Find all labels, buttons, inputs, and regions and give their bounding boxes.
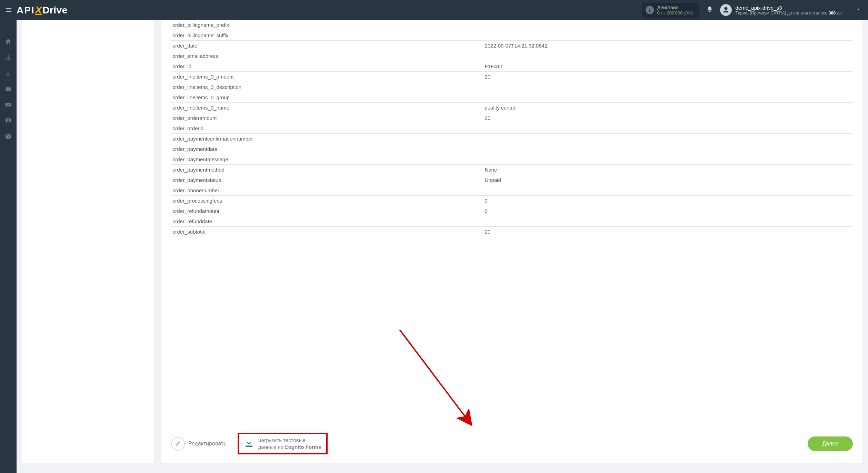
table-row: order_orderid	[171, 123, 853, 134]
logo-drive: Drive	[42, 5, 68, 16]
user-icon	[722, 6, 730, 14]
field-key: order_orderid	[171, 125, 485, 131]
field-key: order_billingname_suffix	[171, 32, 485, 38]
info-icon: i	[646, 6, 654, 14]
field-key: order_paymentconfirmationnumber	[171, 136, 485, 142]
field-key: order_orderamount	[171, 115, 485, 121]
field-value: 0	[485, 208, 853, 214]
field-value: quality control	[485, 105, 853, 111]
avatar	[720, 4, 732, 16]
youtube-icon	[5, 101, 12, 108]
table-row: order_subtotal20	[171, 227, 853, 237]
logo-x: X	[35, 4, 43, 16]
table-row: order_emailaddress	[171, 51, 853, 61]
table-row: order_paymentstatusUnpaid	[171, 175, 853, 185]
table-row: order_idF1E4T1	[171, 61, 853, 72]
load-line1: Загрузить тестовые	[258, 437, 321, 444]
sidebar-item-video[interactable]	[0, 97, 17, 112]
user-name: demo_apix-drive_s3	[735, 5, 842, 11]
table-row: order_paymentmessage	[171, 154, 853, 165]
help-icon	[5, 133, 12, 140]
panel-footer: Редактировать Загрузить тестовые данные …	[161, 426, 862, 463]
field-key: order_paymentmessage	[171, 156, 485, 162]
field-key: order_lineitems_0_amount	[171, 74, 485, 80]
logo[interactable]: APIXDrive	[17, 4, 68, 16]
table-row: order_lineitems_0_namequality control	[171, 103, 853, 113]
logo-api: API	[17, 5, 35, 16]
table-row: order_refunddate	[171, 216, 853, 227]
hamburger-icon	[5, 6, 12, 14]
field-key: order_lineitems_0_description	[171, 84, 485, 90]
field-value: 20	[485, 74, 853, 80]
table-row: order_phonenumber	[171, 185, 853, 196]
user-menu[interactable]: demo_apix-drive_s3 Тариф |Премиум EXTRA|…	[720, 4, 861, 16]
table-row: order_date2022-09-07T14:21:32.084Z	[171, 41, 853, 51]
field-key: order_refundamount	[171, 208, 485, 214]
bell-icon	[706, 6, 713, 13]
header-bar: APIXDrive i Действия: 0 из 200'000 (0%) …	[0, 0, 868, 20]
actions-counter[interactable]: i Действия: 0 из 200'000 (0%)	[642, 3, 700, 18]
dollar-icon	[5, 70, 12, 76]
user-circle-icon	[5, 117, 12, 124]
actions-label: Действия:	[657, 5, 694, 10]
hamburger-menu-button[interactable]	[3, 5, 14, 15]
field-value: 0	[485, 198, 853, 204]
sidebar	[0, 20, 17, 473]
field-key: order_paymentmethod	[171, 167, 485, 173]
sidebar-item-home[interactable]	[0, 34, 17, 49]
table-row: order_processingfees0	[171, 196, 853, 206]
download-icon	[244, 438, 254, 450]
field-key: order_id	[171, 63, 485, 69]
table-row: order_orderamount20	[171, 113, 853, 123]
sidebar-item-account[interactable]	[0, 113, 17, 128]
edit-label: Редактировать	[188, 441, 227, 447]
right-panel: order_billingname_prefixorder_billingnam…	[161, 20, 862, 463]
edit-button[interactable]: Редактировать	[171, 437, 227, 451]
briefcase-icon	[5, 85, 12, 92]
table-row: order_billingname_suffix	[171, 30, 853, 41]
field-key: order_paymentdate	[171, 146, 485, 152]
load-line2: данные из Cognito Forms	[258, 444, 321, 451]
chevron-down-icon	[856, 7, 861, 13]
fields-table: order_billingname_prefixorder_billingnam…	[161, 20, 862, 426]
field-key: order_date	[171, 43, 485, 49]
table-row: order_lineitems_0_amount20	[171, 72, 853, 82]
next-button[interactable]: Далее	[808, 436, 853, 451]
sidebar-item-business[interactable]	[0, 81, 17, 96]
main-content: order_billingname_prefixorder_billingnam…	[17, 20, 868, 473]
left-panel	[22, 20, 154, 463]
sidebar-item-help[interactable]	[0, 129, 17, 144]
home-icon	[5, 38, 12, 45]
sitemap-icon	[5, 54, 12, 61]
field-value: F1E4T1	[485, 63, 853, 69]
field-key: order_processingfees	[171, 198, 485, 204]
actions-value: 0 из 200'000 (0%)	[657, 10, 694, 16]
pencil-icon	[171, 437, 185, 451]
sidebar-item-connections[interactable]	[0, 50, 17, 65]
table-row: order_billingname_prefix	[171, 20, 853, 30]
load-test-data-button[interactable]: Загрузить тестовые данные из Cognito For…	[239, 434, 326, 453]
table-row: order_paymentmethodNone	[171, 165, 853, 175]
table-row: order_refundamount0	[171, 206, 853, 216]
field-value: None	[485, 167, 853, 173]
field-key: order_emailaddress	[171, 53, 485, 59]
table-row: order_paymentconfirmationnumber	[171, 134, 853, 144]
field-value: Unpaid	[485, 177, 853, 183]
field-value: 20	[485, 115, 853, 121]
table-row: order_lineitems_0_description	[171, 82, 853, 92]
field-key: order_refunddate	[171, 218, 485, 224]
notifications-button[interactable]	[706, 6, 713, 14]
field-key: order_phonenumber	[171, 187, 485, 193]
field-key: order_lineitems_0_name	[171, 105, 485, 111]
field-key: order_subtotal	[171, 229, 485, 235]
sidebar-item-billing[interactable]	[0, 65, 17, 81]
field-key: order_lineitems_0_group	[171, 94, 485, 100]
table-row: order_paymentdate	[171, 144, 853, 154]
user-plan: Тариф |Премиум EXTRA| до оплаты осталось…	[735, 11, 842, 16]
field-value: 2022-09-07T14:21:32.084Z	[485, 43, 853, 49]
field-key: order_paymentstatus	[171, 177, 485, 183]
field-key: order_billingname_prefix	[171, 22, 485, 28]
field-value: 20	[485, 229, 853, 235]
table-row: order_lineitems_0_group	[171, 92, 853, 103]
